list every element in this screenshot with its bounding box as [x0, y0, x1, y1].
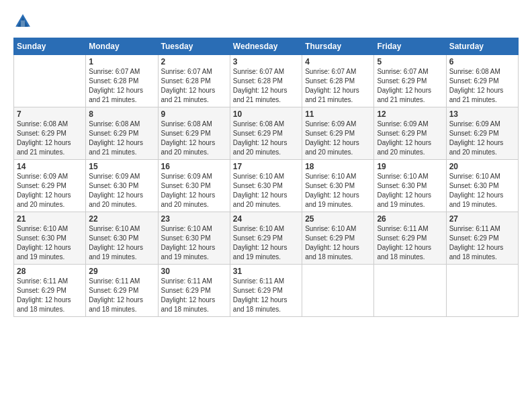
cell-day-number: 16: [161, 162, 227, 171]
calendar-cell: [14, 55, 86, 107]
cell-day-number: 4: [305, 57, 371, 66]
calendar-header-row: SundayMondayTuesdayWednesdayThursdayFrid…: [14, 38, 519, 55]
calendar-cell: 19Sunrise: 6:10 AMSunset: 6:30 PMDayligh…: [374, 160, 446, 212]
cell-sun-info: Sunrise: 6:09 AMSunset: 6:29 PMDaylight:…: [449, 120, 515, 157]
cell-sun-info: Sunrise: 6:09 AMSunset: 6:29 PMDaylight:…: [305, 120, 371, 157]
cell-day-number: 27: [449, 214, 515, 224]
cell-sun-info: Sunrise: 6:07 AMSunset: 6:28 PMDaylight:…: [305, 67, 371, 105]
calendar-cell: 12Sunrise: 6:09 AMSunset: 6:29 PMDayligh…: [374, 107, 446, 160]
weekday-header-monday: Monday: [86, 38, 158, 55]
cell-sun-info: Sunrise: 6:10 AMSunset: 6:30 PMDaylight:…: [449, 172, 515, 210]
cell-sun-info: Sunrise: 6:10 AMSunset: 6:30 PMDaylight:…: [17, 224, 83, 262]
calendar-cell: 17Sunrise: 6:10 AMSunset: 6:30 PMDayligh…: [230, 160, 302, 212]
calendar-table: SundayMondayTuesdayWednesdayThursdayFrid…: [13, 38, 519, 317]
cell-sun-info: Sunrise: 6:10 AMSunset: 6:30 PMDaylight:…: [89, 224, 154, 262]
cell-sun-info: Sunrise: 6:07 AMSunset: 6:29 PMDaylight:…: [377, 67, 443, 105]
logo: [13, 12, 35, 31]
cell-sun-info: Sunrise: 6:07 AMSunset: 6:28 PMDaylight:…: [233, 67, 299, 105]
cell-day-number: 7: [17, 109, 83, 119]
calendar-cell: 9Sunrise: 6:08 AMSunset: 6:29 PMDaylight…: [158, 107, 230, 160]
cell-day-number: 25: [305, 214, 371, 224]
calendar-cell: 10Sunrise: 6:08 AMSunset: 6:29 PMDayligh…: [230, 107, 302, 160]
calendar-cell: 31Sunrise: 6:11 AMSunset: 6:29 PMDayligh…: [230, 265, 302, 317]
calendar-cell: 30Sunrise: 6:11 AMSunset: 6:29 PMDayligh…: [158, 265, 230, 317]
cell-sun-info: Sunrise: 6:10 AMSunset: 6:29 PMDaylight:…: [233, 224, 299, 262]
calendar-cell: 28Sunrise: 6:11 AMSunset: 6:29 PMDayligh…: [14, 265, 86, 317]
cell-day-number: 18: [305, 162, 371, 171]
calendar-cell: 21Sunrise: 6:10 AMSunset: 6:30 PMDayligh…: [14, 212, 86, 265]
cell-day-number: 10: [233, 109, 299, 119]
cell-sun-info: Sunrise: 6:08 AMSunset: 6:29 PMDaylight:…: [89, 120, 154, 157]
cell-sun-info: Sunrise: 6:08 AMSunset: 6:29 PMDaylight:…: [449, 67, 515, 105]
calendar-cell: 29Sunrise: 6:11 AMSunset: 6:29 PMDayligh…: [86, 265, 158, 317]
cell-day-number: 21: [17, 214, 83, 224]
calendar-cell: 18Sunrise: 6:10 AMSunset: 6:30 PMDayligh…: [302, 160, 374, 212]
cell-sun-info: Sunrise: 6:11 AMSunset: 6:29 PMDaylight:…: [449, 224, 515, 262]
cell-sun-info: Sunrise: 6:08 AMSunset: 6:29 PMDaylight:…: [17, 120, 83, 157]
calendar-week-row: 1Sunrise: 6:07 AMSunset: 6:28 PMDaylight…: [14, 55, 519, 107]
calendar-cell: 5Sunrise: 6:07 AMSunset: 6:29 PMDaylight…: [374, 55, 446, 107]
calendar-cell: 15Sunrise: 6:09 AMSunset: 6:30 PMDayligh…: [86, 160, 158, 212]
cell-day-number: 30: [161, 267, 227, 276]
logo-icon: [13, 12, 32, 31]
calendar-cell: 7Sunrise: 6:08 AMSunset: 6:29 PMDaylight…: [14, 107, 86, 160]
cell-day-number: 24: [233, 214, 299, 224]
calendar-cell: 25Sunrise: 6:10 AMSunset: 6:29 PMDayligh…: [302, 212, 374, 265]
calendar-cell: 24Sunrise: 6:10 AMSunset: 6:29 PMDayligh…: [230, 212, 302, 265]
cell-day-number: 8: [89, 109, 154, 119]
weekday-header-tuesday: Tuesday: [158, 38, 230, 55]
calendar-cell: 23Sunrise: 6:10 AMSunset: 6:30 PMDayligh…: [158, 212, 230, 265]
calendar-cell: 8Sunrise: 6:08 AMSunset: 6:29 PMDaylight…: [86, 107, 158, 160]
cell-sun-info: Sunrise: 6:10 AMSunset: 6:29 PMDaylight:…: [305, 224, 371, 262]
cell-day-number: 20: [449, 162, 515, 171]
cell-sun-info: Sunrise: 6:11 AMSunset: 6:29 PMDaylight:…: [233, 277, 299, 314]
cell-day-number: 26: [377, 214, 443, 224]
calendar-cell: [302, 265, 374, 317]
cell-day-number: 1: [89, 57, 154, 66]
cell-day-number: 28: [17, 267, 83, 276]
cell-sun-info: Sunrise: 6:07 AMSunset: 6:28 PMDaylight:…: [161, 67, 227, 105]
calendar-cell: 27Sunrise: 6:11 AMSunset: 6:29 PMDayligh…: [446, 212, 518, 265]
calendar-cell: 20Sunrise: 6:10 AMSunset: 6:30 PMDayligh…: [446, 160, 518, 212]
cell-sun-info: Sunrise: 6:10 AMSunset: 6:30 PMDaylight:…: [161, 224, 227, 262]
cell-sun-info: Sunrise: 6:08 AMSunset: 6:29 PMDaylight:…: [161, 120, 227, 157]
calendar-week-row: 7Sunrise: 6:08 AMSunset: 6:29 PMDaylight…: [14, 107, 519, 160]
cell-day-number: 17: [233, 162, 299, 171]
cell-sun-info: Sunrise: 6:11 AMSunset: 6:29 PMDaylight:…: [161, 277, 227, 314]
calendar-cell: 16Sunrise: 6:09 AMSunset: 6:30 PMDayligh…: [158, 160, 230, 212]
cell-day-number: 14: [17, 162, 83, 171]
cell-day-number: 9: [161, 109, 227, 119]
calendar-cell: 26Sunrise: 6:11 AMSunset: 6:29 PMDayligh…: [374, 212, 446, 265]
calendar-cell: 2Sunrise: 6:07 AMSunset: 6:28 PMDaylight…: [158, 55, 230, 107]
cell-day-number: 15: [89, 162, 154, 171]
svg-rect-2: [21, 20, 25, 26]
cell-day-number: 19: [377, 162, 443, 171]
cell-day-number: 29: [89, 267, 154, 276]
weekday-header-wednesday: Wednesday: [230, 38, 302, 55]
cell-sun-info: Sunrise: 6:09 AMSunset: 6:29 PMDaylight:…: [17, 172, 83, 210]
cell-day-number: 5: [377, 57, 443, 66]
calendar-cell: 22Sunrise: 6:10 AMSunset: 6:30 PMDayligh…: [86, 212, 158, 265]
calendar-cell: 1Sunrise: 6:07 AMSunset: 6:28 PMDaylight…: [86, 55, 158, 107]
cell-sun-info: Sunrise: 6:09 AMSunset: 6:30 PMDaylight:…: [89, 172, 154, 210]
cell-day-number: 22: [89, 214, 154, 224]
cell-sun-info: Sunrise: 6:09 AMSunset: 6:29 PMDaylight:…: [377, 120, 443, 157]
weekday-header-sunday: Sunday: [14, 38, 86, 55]
cell-sun-info: Sunrise: 6:10 AMSunset: 6:30 PMDaylight:…: [305, 172, 371, 210]
calendar-cell: [374, 265, 446, 317]
weekday-header-thursday: Thursday: [302, 38, 374, 55]
cell-sun-info: Sunrise: 6:09 AMSunset: 6:30 PMDaylight:…: [161, 172, 227, 210]
cell-sun-info: Sunrise: 6:11 AMSunset: 6:29 PMDaylight:…: [377, 224, 443, 262]
cell-day-number: 2: [161, 57, 227, 66]
header: [13, 12, 519, 31]
calendar-cell: 3Sunrise: 6:07 AMSunset: 6:28 PMDaylight…: [230, 55, 302, 107]
calendar-week-row: 28Sunrise: 6:11 AMSunset: 6:29 PMDayligh…: [14, 265, 519, 317]
cell-day-number: 3: [233, 57, 299, 66]
cell-sun-info: Sunrise: 6:07 AMSunset: 6:28 PMDaylight:…: [89, 67, 154, 105]
cell-day-number: 31: [233, 267, 299, 276]
calendar-cell: 14Sunrise: 6:09 AMSunset: 6:29 PMDayligh…: [14, 160, 86, 212]
cell-day-number: 23: [161, 214, 227, 224]
calendar-cell: 6Sunrise: 6:08 AMSunset: 6:29 PMDaylight…: [446, 55, 518, 107]
cell-sun-info: Sunrise: 6:08 AMSunset: 6:29 PMDaylight:…: [233, 120, 299, 157]
weekday-header-friday: Friday: [374, 38, 446, 55]
